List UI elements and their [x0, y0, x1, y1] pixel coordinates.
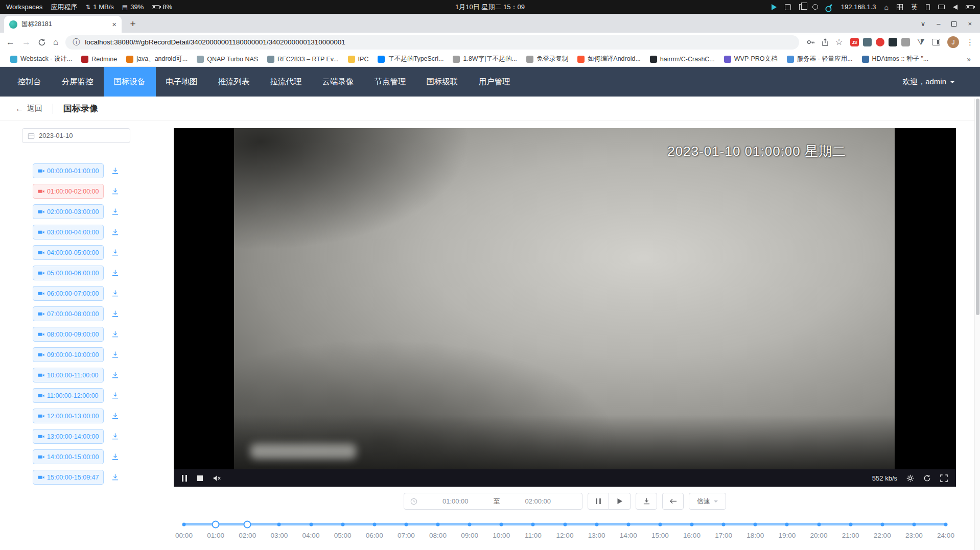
- extension-icon[interactable]: [901, 38, 910, 46]
- recording-chip[interactable]: 11:00:00-12:00:00: [33, 388, 104, 403]
- input-language-indicator[interactable]: 英: [911, 3, 918, 12]
- nav-item[interactable]: 国标级联: [416, 67, 469, 97]
- recording-chip[interactable]: 04:00:00-05:00:00: [33, 245, 104, 260]
- disk-indicator[interactable]: ▤ 39%: [122, 3, 144, 11]
- home-icon[interactable]: ⌂: [884, 3, 889, 11]
- nav-item[interactable]: 分屏监控: [52, 67, 104, 97]
- window-close-button[interactable]: ×: [968, 20, 972, 28]
- download-recording-icon[interactable]: [111, 371, 119, 379]
- reload-icon[interactable]: [38, 38, 46, 46]
- download-recording-icon[interactable]: [111, 249, 119, 256]
- range-start-time[interactable]: 01:00:00: [417, 497, 494, 505]
- browser-home-icon[interactable]: ⌂: [53, 37, 58, 47]
- download-recording-icon[interactable]: [111, 290, 119, 297]
- bookmark-item[interactable]: 服务器 - 轻量应用...: [783, 53, 857, 65]
- download-recording-icon[interactable]: [111, 228, 119, 236]
- recording-chip[interactable]: 12:00:00-13:00:00: [33, 409, 104, 423]
- browser-menu-icon[interactable]: ⋮: [966, 38, 974, 47]
- bookmark-item[interactable]: QNAP Turbo NAS: [193, 54, 262, 64]
- clipboard-icon[interactable]: [799, 4, 804, 10]
- bookmark-item[interactable]: hairrrrr/C-CrashC...: [646, 54, 719, 64]
- applications-button[interactable]: 应用程序: [51, 3, 77, 12]
- download-button[interactable]: [636, 493, 657, 510]
- recording-chip[interactable]: 01:00:00-02:00:00: [33, 184, 104, 199]
- recording-chip[interactable]: 07:00:00-08:00:00: [33, 306, 104, 321]
- recording-chip[interactable]: 08:00:00-09:00:00: [33, 327, 104, 342]
- range-end-time[interactable]: 02:00:00: [500, 497, 576, 505]
- download-recording-icon[interactable]: [111, 187, 119, 195]
- bookmark-item[interactable]: Redmine: [77, 54, 121, 64]
- volume-icon[interactable]: [953, 5, 958, 10]
- bookmark-item[interactable]: 免登录复制: [522, 53, 573, 65]
- desktop-clock[interactable]: 1月10日 星期二 15：09: [455, 0, 525, 14]
- player-mute-button[interactable]: [213, 475, 221, 482]
- forward-navigation-icon[interactable]: →: [22, 37, 31, 47]
- screencast-play-icon[interactable]: [772, 4, 777, 10]
- date-picker[interactable]: 2023-01-10: [22, 128, 130, 143]
- seek-back-button[interactable]: [662, 493, 684, 510]
- tab-close-icon[interactable]: ×: [112, 20, 116, 28]
- nav-item[interactable]: 节点管理: [364, 67, 416, 97]
- player-refresh-button[interactable]: [923, 474, 931, 482]
- nav-item[interactable]: 用户管理: [469, 67, 521, 97]
- recording-chip[interactable]: 14:00:00-15:00:00: [33, 449, 104, 464]
- bookmark-item[interactable]: 1.8W字|了不起的...: [449, 53, 521, 65]
- extension-icon[interactable]: [889, 38, 897, 46]
- screenshot-icon[interactable]: [785, 4, 791, 10]
- recording-chip[interactable]: 06:00:00-07:00:00: [33, 286, 104, 301]
- player-pause-button[interactable]: [182, 475, 187, 482]
- new-tab-button[interactable]: +: [126, 17, 140, 31]
- recording-chip[interactable]: 02:00:00-03:00:00: [33, 204, 104, 219]
- download-recording-icon[interactable]: [111, 167, 119, 175]
- playback-pause-button[interactable]: [588, 493, 609, 510]
- player-stop-button[interactable]: [197, 475, 203, 481]
- recording-chip[interactable]: 13:00:00-14:00:00: [33, 429, 104, 444]
- workspaces-button[interactable]: Workspaces: [6, 3, 42, 11]
- share-icon[interactable]: [821, 38, 829, 46]
- address-bar[interactable]: ⓘ localhost:38080/#/gbRecordDetail/34020…: [65, 35, 799, 50]
- nav-item[interactable]: 云端录像: [312, 67, 364, 97]
- download-recording-icon[interactable]: [111, 269, 119, 277]
- tab-list-chevron-icon[interactable]: ∨: [921, 20, 926, 28]
- ip-address-label[interactable]: 192.168.1.3: [841, 3, 876, 11]
- extensions-puzzle-icon[interactable]: ⧩: [917, 37, 925, 47]
- recording-chip[interactable]: 10:00:00-11:00:00: [33, 368, 104, 382]
- range-handle-start[interactable]: [212, 520, 220, 528]
- recording-chip[interactable]: 15:00:00-15:09:47: [33, 470, 104, 485]
- download-recording-icon[interactable]: [111, 208, 119, 216]
- bookmark-item[interactable]: HDAtmos :: 种子 "...: [858, 53, 933, 65]
- bookmark-item[interactable]: IPC: [344, 54, 373, 64]
- download-recording-icon[interactable]: [111, 392, 119, 399]
- download-recording-icon[interactable]: [111, 330, 119, 338]
- tablet-icon[interactable]: [926, 4, 930, 10]
- recording-chip[interactable]: 09:00:00-10:00:00: [33, 347, 104, 362]
- battery-indicator[interactable]: 8%: [152, 3, 172, 11]
- recording-chip[interactable]: 00:00:00-01:00:00: [33, 163, 104, 178]
- download-recording-icon[interactable]: [111, 412, 119, 420]
- window-maximize-button[interactable]: [951, 21, 956, 27]
- bookmark-star-icon[interactable]: ☆: [835, 37, 843, 47]
- nav-item[interactable]: 国标设备: [104, 67, 156, 97]
- network-indicator[interactable]: ⇅ 1 MB/s: [85, 3, 114, 11]
- side-panel-icon[interactable]: [932, 39, 940, 45]
- download-recording-icon[interactable]: [111, 453, 119, 461]
- nav-item[interactable]: 控制台: [7, 67, 52, 97]
- window-grid-icon[interactable]: [897, 4, 903, 10]
- recorder-icon[interactable]: [812, 4, 818, 10]
- battery-icon[interactable]: [966, 5, 974, 9]
- tools-icon[interactable]: [827, 4, 832, 10]
- site-info-icon[interactable]: ⓘ: [73, 38, 80, 47]
- extension-icon[interactable]: [876, 38, 884, 46]
- extension-icon[interactable]: JS: [850, 38, 859, 46]
- playback-play-button[interactable]: [609, 493, 631, 510]
- range-handle-end[interactable]: [244, 520, 251, 528]
- download-recording-icon[interactable]: [111, 473, 119, 481]
- download-recording-icon[interactable]: [111, 310, 119, 318]
- display-icon[interactable]: [938, 5, 945, 9]
- back-navigation-icon[interactable]: ←: [6, 37, 15, 47]
- page-scrollbar[interactable]: [974, 99, 980, 550]
- user-menu[interactable]: 欢迎，admin: [902, 77, 954, 87]
- bookmark-item[interactable]: WVP-PRO文档: [720, 53, 782, 65]
- player-fullscreen-button[interactable]: [940, 474, 948, 482]
- bookmark-item[interactable]: RFC2833 – RTP Ev...: [263, 54, 343, 64]
